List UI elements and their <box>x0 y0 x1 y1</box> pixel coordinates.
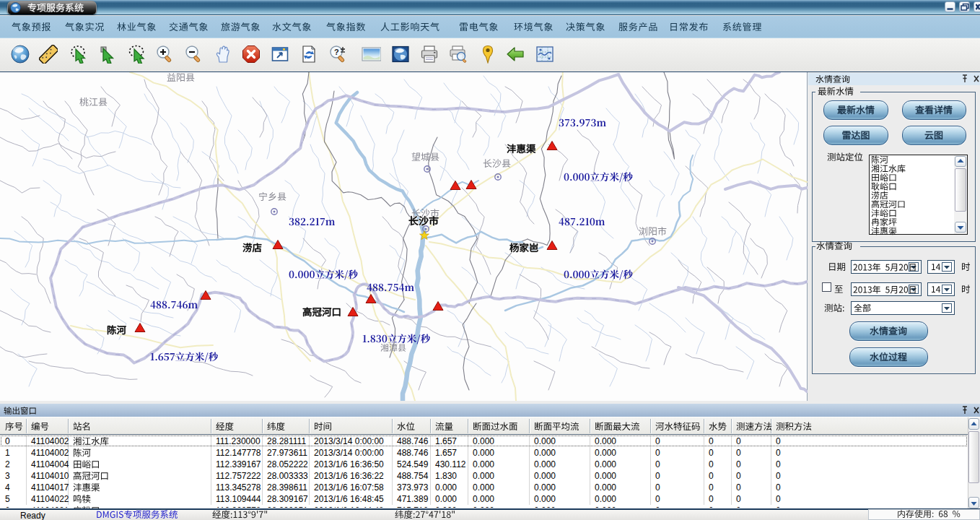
svg-text:?: ? <box>334 48 339 56</box>
